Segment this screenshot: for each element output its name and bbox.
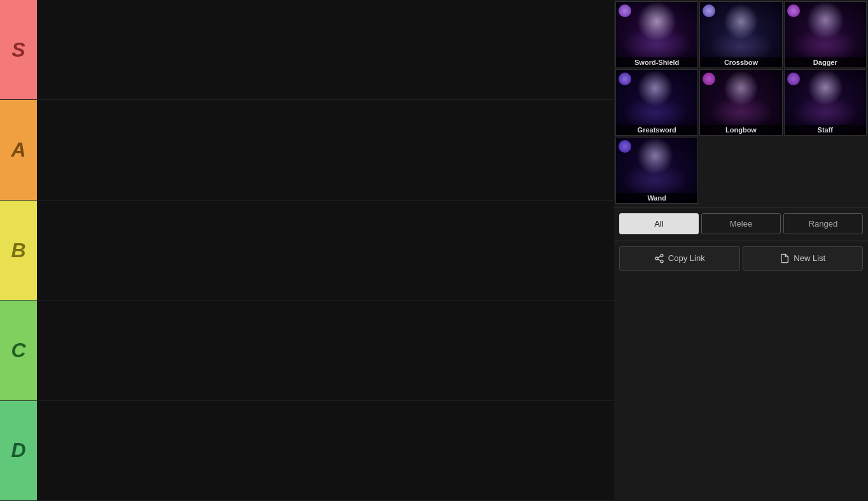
tier-content-d[interactable] — [37, 401, 614, 500]
char-name-staff: Staff — [785, 125, 866, 135]
char-name-crossbow: Crossbow — [700, 57, 781, 67]
share-icon — [654, 253, 664, 264]
tier-label-b: B — [0, 201, 37, 300]
char-card-dagger[interactable]: Dagger — [784, 1, 867, 68]
weapon-orb-crossbow — [703, 4, 715, 17]
right-panel: Sword-Shield Crossbow — [614, 0, 868, 501]
filter-bar: All Melee Ranged — [614, 208, 868, 239]
tier-label-s: S — [0, 0, 37, 99]
svg-point-1 — [655, 257, 658, 260]
tier-content-s[interactable] — [37, 0, 614, 99]
tier-label-a: A — [0, 100, 37, 199]
char-name-sword-shield: Sword-Shield — [616, 57, 697, 67]
tier-list: S A B C D — [0, 0, 614, 501]
char-card-wand[interactable]: Wand — [615, 137, 698, 204]
action-bar: Copy Link New List — [614, 241, 868, 276]
filter-btn-all[interactable]: All — [619, 213, 699, 234]
char-card-longbow[interactable]: Longbow — [699, 69, 782, 136]
filter-btn-ranged[interactable]: Ranged — [783, 213, 863, 234]
new-list-label: New List — [794, 253, 825, 263]
svg-line-3 — [658, 259, 661, 261]
tier-row-b: B — [0, 201, 614, 300]
weapon-orb-greatsword — [619, 73, 631, 85]
weapon-orb-staff — [787, 73, 800, 85]
weapon-orb-sword-shield — [619, 4, 631, 17]
svg-point-2 — [661, 260, 663, 263]
copy-link-label: Copy Link — [668, 253, 705, 263]
weapon-orb-wand — [619, 140, 631, 153]
char-name-wand: Wand — [616, 193, 697, 203]
tier-content-a[interactable] — [37, 100, 614, 199]
weapon-orb-longbow — [703, 73, 715, 85]
tier-row-c: C — [0, 300, 614, 400]
tier-content-c[interactable] — [37, 300, 614, 400]
char-grid: Sword-Shield Crossbow — [614, 0, 868, 205]
file-icon — [780, 253, 790, 264]
char-card-greatsword[interactable]: Greatsword — [615, 69, 698, 136]
tier-row-a: A — [0, 100, 614, 200]
copy-link-button[interactable]: Copy Link — [619, 246, 740, 271]
char-name-longbow: Longbow — [700, 125, 781, 135]
tier-label-d: D — [0, 401, 37, 500]
svg-line-4 — [658, 256, 661, 258]
tier-row-s: S — [0, 0, 614, 100]
char-card-sword-shield[interactable]: Sword-Shield — [615, 1, 698, 68]
filter-btn-melee[interactable]: Melee — [701, 213, 781, 234]
svg-point-0 — [661, 254, 663, 257]
char-card-crossbow[interactable]: Crossbow — [699, 1, 782, 68]
tier-row-d: D — [0, 401, 614, 501]
char-name-greatsword: Greatsword — [616, 125, 697, 135]
tier-label-c: C — [0, 300, 37, 400]
char-card-staff[interactable]: Staff — [784, 69, 867, 136]
tier-content-b[interactable] — [37, 201, 614, 300]
weapon-orb-dagger — [787, 4, 800, 17]
new-list-button[interactable]: New List — [743, 246, 864, 271]
char-name-dagger: Dagger — [785, 57, 866, 67]
